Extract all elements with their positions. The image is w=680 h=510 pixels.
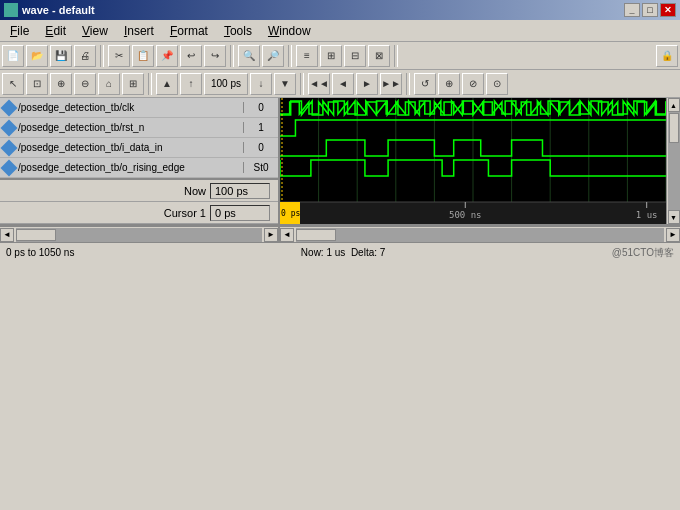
signal-icon-data (1, 139, 18, 156)
cut-button[interactable]: ✂ (108, 45, 130, 67)
minimize-button[interactable]: _ (624, 3, 640, 17)
sep1 (100, 45, 104, 67)
signal-icon-rising (1, 159, 18, 176)
tb2-btn-f[interactable]: ⊙ (486, 73, 508, 95)
menu-window[interactable]: Window (260, 22, 319, 40)
time-range: 0 ps to 1050 ns (6, 247, 74, 258)
signal-row-data[interactable]: /posedge_detection_tb/i_data_in 0 (0, 138, 278, 158)
copy-button[interactable]: 📋 (132, 45, 154, 67)
sep3 (288, 45, 292, 67)
close-button[interactable]: ✕ (660, 3, 676, 17)
h-scroll-left-signals[interactable]: ◄ (0, 228, 14, 242)
bottom-status-bar: 0 ps to 1050 ns Now: 1 us Delta: 7 @51CT… (0, 242, 680, 262)
watermark: @51CTO博客 (612, 246, 674, 260)
tb2-btn-d[interactable]: ⊕ (438, 73, 460, 95)
scroll-down-button[interactable]: ▼ (274, 73, 296, 95)
menu-bar: File Edit View Insert Format Tools Windo… (0, 20, 680, 42)
now-value: 100 ps (210, 183, 270, 199)
signal-value-rst: 1 (243, 122, 278, 133)
page-down-button[interactable]: ↓ (250, 73, 272, 95)
find-button[interactable]: 🔍 (238, 45, 260, 67)
v-scrollbar[interactable]: ▲ ▼ (666, 98, 680, 224)
undo-button[interactable]: ↩ (180, 45, 202, 67)
prev-edge-button[interactable]: ◄◄ (308, 73, 330, 95)
menu-format[interactable]: Format (162, 22, 216, 40)
paste-button[interactable]: 📌 (156, 45, 178, 67)
lock-button[interactable]: 🔒 (656, 45, 678, 67)
menu-edit[interactable]: Edit (37, 22, 74, 40)
sep5 (148, 73, 152, 95)
tb2-btn-b[interactable]: ⊞ (122, 73, 144, 95)
tb-btn-d[interactable]: ⊠ (368, 45, 390, 67)
signal-value-rising: St0 (243, 162, 278, 173)
signal-name-rising: /posedge_detection_tb/o_rising_edge (18, 162, 243, 173)
scroll-track (668, 112, 680, 210)
sep2 (230, 45, 234, 67)
h-scroll-left-wave[interactable]: ◄ (280, 228, 294, 242)
open-button[interactable]: 📂 (26, 45, 48, 67)
zoom-full-button[interactable]: ⊡ (26, 73, 48, 95)
now-label: Now (0, 185, 210, 197)
tb2-btn-c[interactable]: ↺ (414, 73, 436, 95)
print-button[interactable]: 🖨 (74, 45, 96, 67)
cursor-button[interactable]: ↖ (2, 73, 24, 95)
save-button[interactable]: 💾 (50, 45, 72, 67)
status-now-row: Now 100 ps (0, 180, 278, 202)
signal-panel: /posedge_detection_tb/clk 0 /posedge_det… (0, 98, 280, 224)
redo-button[interactable]: ↪ (204, 45, 226, 67)
tb2-btn-e[interactable]: ⊘ (462, 73, 484, 95)
signal-name-clk: /posedge_detection_tb/clk (18, 102, 243, 113)
scroll-up[interactable]: ▲ (668, 98, 680, 112)
cursor-value: 0 ps (210, 205, 270, 221)
signal-icon-clk (1, 99, 18, 116)
toolbar-1: 📄 📂 💾 🖨 ✂ 📋 📌 ↩ ↪ 🔍 🔎 ≡ ⊞ ⊟ ⊠ 🔒 (0, 42, 680, 70)
page-up-button[interactable]: ↑ (180, 73, 202, 95)
h-scrollbar-wave[interactable] (296, 228, 664, 242)
window-title: wave - default (22, 4, 95, 16)
h-scroll-right-signals[interactable]: ► (264, 228, 278, 242)
scroll-down[interactable]: ▼ (668, 210, 680, 224)
status-cursor-row: Cursor 1 0 ps (0, 202, 278, 224)
now-detail: Now: 1 us Delta: 7 (301, 247, 386, 258)
toolbar-2: ↖ ⊡ ⊕ ⊖ ⌂ ⊞ ▲ ↑ 100 ps ↓ ▼ ◄◄ ◄ ► ►► ↺ ⊕… (0, 70, 680, 98)
sep7 (406, 73, 410, 95)
cursor-label: Cursor 1 (0, 207, 210, 219)
signal-name-data: /posedge_detection_tb/i_data_in (18, 142, 243, 153)
wave-panel: ▲ ▼ (280, 98, 680, 224)
find2-button[interactable]: 🔎 (262, 45, 284, 67)
scroll-up-button[interactable]: ▲ (156, 73, 178, 95)
prev-button[interactable]: ◄ (332, 73, 354, 95)
signal-value-data: 0 (243, 142, 278, 153)
title-bar: wave - default _ □ ✕ (0, 0, 680, 20)
zoom-in-button[interactable]: ⊕ (50, 73, 72, 95)
wave-canvas[interactable] (280, 98, 666, 224)
menu-insert[interactable]: Insert (116, 22, 162, 40)
app-icon (4, 3, 18, 17)
menu-tools[interactable]: Tools (216, 22, 260, 40)
signal-row-rst[interactable]: /posedge_detection_tb/rst_n 1 (0, 118, 278, 138)
signal-row-rising[interactable]: /posedge_detection_tb/o_rising_edge St0 (0, 158, 278, 178)
tb2-btn-a[interactable]: ⌂ (98, 73, 120, 95)
signal-value-clk: 0 (243, 102, 278, 113)
new-button[interactable]: 📄 (2, 45, 24, 67)
tb-btn-a[interactable]: ≡ (296, 45, 318, 67)
signal-row-clk[interactable]: /posedge_detection_tb/clk 0 (0, 98, 278, 118)
bottom-scroll: ◄ ► ◄ ► (0, 226, 680, 242)
sep4 (394, 45, 398, 67)
zoom-label: 100 ps (204, 73, 248, 95)
zoom-out-button[interactable]: ⊖ (74, 73, 96, 95)
menu-file[interactable]: File (2, 22, 37, 40)
maximize-button[interactable]: □ (642, 3, 658, 17)
scroll-thumb[interactable] (669, 113, 679, 143)
tb-btn-c[interactable]: ⊟ (344, 45, 366, 67)
sep6 (300, 73, 304, 95)
h-scrollbar-signals[interactable] (16, 228, 262, 242)
next-button[interactable]: ► (356, 73, 378, 95)
menu-view[interactable]: View (74, 22, 116, 40)
signal-name-rst: /posedge_detection_tb/rst_n (18, 122, 243, 133)
tb-btn-b[interactable]: ⊞ (320, 45, 342, 67)
signal-icon-rst (1, 119, 18, 136)
h-scroll-right-wave[interactable]: ► (666, 228, 680, 242)
work-area: /posedge_detection_tb/clk 0 /posedge_det… (0, 98, 680, 224)
next-edge-button[interactable]: ►► (380, 73, 402, 95)
